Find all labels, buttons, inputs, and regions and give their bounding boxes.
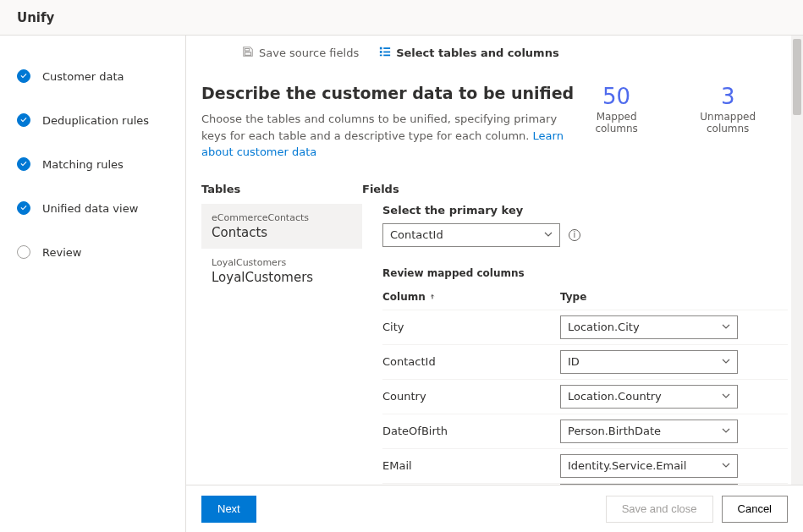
primary-key-label: Select the primary key <box>382 204 788 217</box>
step-label: Unified data view <box>42 202 138 215</box>
list-icon <box>379 46 391 60</box>
step-deduplication-rules[interactable]: Deduplication rules <box>17 110 185 130</box>
type-select[interactable]: Location.Country <box>560 385 738 409</box>
stat-label: Unmapped columns <box>681 111 774 134</box>
table-name: LoyalCustomers <box>212 270 352 285</box>
chevron-down-icon <box>722 390 730 403</box>
type-select[interactable]: Location.City <box>560 315 738 339</box>
tab-save-source-fields[interactable]: Save source fields <box>242 46 359 60</box>
type-value: ID <box>568 355 580 368</box>
tables-section-header: Tables <box>201 183 362 195</box>
mapped-row: City Location.City <box>382 310 788 344</box>
mapped-column-name: ContactId <box>382 355 560 368</box>
type-value: Person.BirthDate <box>568 425 661 437</box>
svg-rect-2 <box>380 55 382 57</box>
type-select[interactable]: ID <box>560 350 738 374</box>
svg-rect-3 <box>383 47 390 49</box>
fields-section-header: Fields <box>362 183 788 195</box>
table-item-loyalcustomers[interactable]: LoyalCustomers LoyalCustomers <box>201 249 362 293</box>
step-label: Review <box>42 246 81 259</box>
chevron-down-icon <box>722 355 730 368</box>
tab-label: Select tables and columns <box>396 47 558 59</box>
type-value: Location.Country <box>568 390 662 403</box>
mapped-row: EMail Identity.Service.Email <box>382 448 788 483</box>
chevron-down-icon <box>722 459 730 472</box>
step-label: Customer data <box>42 70 124 83</box>
column-header-column[interactable]: Column <box>382 291 560 303</box>
mapped-row: Country Location.Country <box>382 379 788 414</box>
svg-rect-4 <box>383 52 390 53</box>
tab-label: Save source fields <box>259 47 359 59</box>
top-tabs: Save source fields Select tables and col… <box>201 36 788 65</box>
type-value: Identity.Service.Email <box>568 459 686 472</box>
step-label: Deduplication rules <box>42 114 149 127</box>
table-source: eCommerceContacts <box>212 212 352 223</box>
stat-label: Mapped columns <box>577 111 656 134</box>
cancel-button[interactable]: Cancel <box>722 496 788 523</box>
table-item-contacts[interactable]: eCommerceContacts Contacts <box>201 204 362 249</box>
mapped-column-name: DateOfBirth <box>382 425 560 437</box>
main-content: Save source fields Select tables and col… <box>186 36 803 532</box>
chevron-down-icon <box>722 425 730 437</box>
mapped-row: DateOfBirth Person.BirthDate <box>382 414 788 448</box>
step-unified-data-view[interactable]: Unified data view <box>17 198 185 218</box>
type-select[interactable]: Identity.Service.Email <box>560 454 738 478</box>
stat-value: 3 <box>681 84 774 109</box>
page-title: Describe the customer data to be unified <box>201 84 577 102</box>
app-header: Unify <box>0 0 803 36</box>
column-header-type[interactable]: Type <box>560 291 788 303</box>
step-review[interactable]: Review <box>17 242 185 262</box>
mapped-column-name: City <box>382 321 560 333</box>
tables-list: eCommerceContacts Contacts LoyalCustomer… <box>201 204 362 485</box>
svg-rect-1 <box>380 51 382 53</box>
app-title: Unify <box>17 10 54 25</box>
footer: Next Save and close Cancel <box>186 485 803 532</box>
table-name: Contacts <box>212 225 352 240</box>
check-icon <box>17 69 30 83</box>
save-and-close-button: Save and close <box>606 496 713 523</box>
tab-select-tables-columns[interactable]: Select tables and columns <box>379 46 558 60</box>
save-icon <box>242 46 254 60</box>
step-customer-data[interactable]: Customer data <box>17 66 185 86</box>
sort-up-icon <box>429 291 436 303</box>
stat-value: 50 <box>577 84 656 109</box>
check-icon <box>17 201 30 215</box>
svg-rect-5 <box>383 55 390 57</box>
page-subtext: Choose the tables and columns to be unif… <box>201 111 577 161</box>
svg-rect-0 <box>380 47 382 50</box>
circle-icon <box>17 245 30 259</box>
review-mapped-columns-label: Review mapped columns <box>382 267 788 279</box>
chevron-down-icon <box>544 228 553 241</box>
stat-mapped: 50 Mapped columns <box>577 84 656 134</box>
primary-key-value: ContactId <box>390 228 443 241</box>
type-value: Location.City <box>568 321 640 333</box>
type-select[interactable]: Person.BirthDate <box>560 420 738 443</box>
scrollbar[interactable] <box>791 36 803 485</box>
table-source: LoyalCustomers <box>212 257 352 268</box>
stat-unmapped: 3 Unmapped columns <box>681 84 774 134</box>
check-icon <box>17 113 30 127</box>
next-button[interactable]: Next <box>201 496 256 523</box>
check-icon <box>17 157 30 171</box>
column-header-text: Column <box>382 291 426 303</box>
chevron-down-icon <box>722 321 730 333</box>
mapped-column-name: Country <box>382 390 560 403</box>
mapped-row: ContactId ID <box>382 344 788 379</box>
step-label: Matching rules <box>42 158 124 171</box>
scrollbar-thumb[interactable] <box>793 39 801 115</box>
step-matching-rules[interactable]: Matching rules <box>17 154 185 174</box>
info-icon[interactable]: i <box>569 229 580 241</box>
subtext-text: Choose the tables and columns to be unif… <box>201 112 557 142</box>
primary-key-select[interactable]: ContactId <box>382 223 560 247</box>
wizard-steps-sidebar: Customer data Deduplication rules Matchi… <box>0 36 186 532</box>
mapped-column-name: EMail <box>382 459 560 472</box>
